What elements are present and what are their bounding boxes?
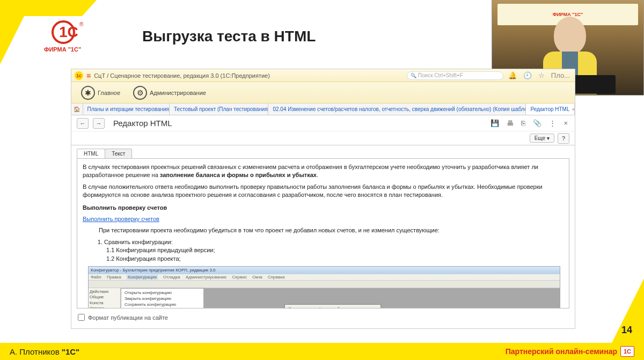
save-icon[interactable]: 💾 xyxy=(489,119,501,127)
copy-icon[interactable]: ⎘ xyxy=(519,119,527,127)
actions-row: Еще▾ ? xyxy=(71,131,575,145)
print-icon[interactable]: 🖶 xyxy=(505,119,515,127)
editor-tabs: HTML Текст xyxy=(71,145,575,158)
html-content[interactable]: В случаях тестирования проектных решений… xyxy=(77,158,569,308)
editor-tab-html[interactable]: HTML xyxy=(77,149,105,158)
bug-icon: ✱ xyxy=(81,86,95,100)
app-title: СцТ / Сценарное тестирование, редакция 3… xyxy=(94,72,270,79)
content-paragraph: В случаях тестирования проектных решений… xyxy=(83,163,564,180)
tabs-row: 🏠 Планы и итерации тестирования× Тестовы… xyxy=(71,104,575,115)
more-icon[interactable]: ⋮ xyxy=(547,119,558,127)
tab-test[interactable]: 02.04 Изменение счетов/расчетов налогов,… xyxy=(268,104,526,115)
back-button[interactable]: ← xyxy=(77,118,89,129)
menu-icon[interactable]: ≡ xyxy=(86,71,91,80)
decoration-bar-tl xyxy=(0,0,97,16)
attach-icon[interactable]: 📎 xyxy=(531,119,543,127)
slide-footer: А. Плотников "1С" Партнерский онлайн-сем… xyxy=(0,343,644,360)
content-paragraph: При тестировании проекта необходимо убед… xyxy=(99,226,564,234)
app-logo-icon: 1c xyxy=(75,71,83,80)
close-icon[interactable]: × xyxy=(572,107,575,112)
content-link[interactable]: Выполнить проверку счетов xyxy=(83,216,159,222)
history-icon[interactable]: 🕘 xyxy=(522,71,533,79)
home-tab[interactable]: 🏠 xyxy=(71,104,83,115)
app-toolbar: ✱ Главное ⚙ Администрирование xyxy=(71,82,575,104)
page-title: Редактор HTML xyxy=(113,119,172,128)
publish-format-checkbox[interactable] xyxy=(78,314,85,321)
event-label: Партнерский онлайн-семинар xyxy=(506,347,617,356)
app-window: 1c ≡ СцТ / Сценарное тестирование, редак… xyxy=(71,69,575,329)
embedded-screenshot: Конфигуратор - Бухгалтерия предприятия К… xyxy=(88,266,560,308)
user-label[interactable]: Пло... xyxy=(550,71,572,79)
page-header: ← → Редактор HTML 💾 🖶 ⎘ 📎 ⋮ × xyxy=(71,115,575,131)
content-list: Сравнить конфигурации: 1.1 Конфигурация … xyxy=(104,238,564,263)
logo-1c: 1С ® ФИРМА "1С" xyxy=(33,20,97,58)
main-section-button[interactable]: ✱ Главное xyxy=(77,84,125,102)
admin-section-button[interactable]: ⚙ Администрирование xyxy=(129,84,210,102)
slide-title: Выгрузка теста в HTML xyxy=(142,28,316,45)
tab-plans[interactable]: Планы и итерации тестирования× xyxy=(83,104,170,115)
close-panel-icon[interactable]: × xyxy=(562,119,569,127)
bell-icon[interactable]: 🔔 xyxy=(507,71,518,79)
page-number: 14 xyxy=(621,325,632,336)
publish-format-label: Формат публикации на сайте xyxy=(88,314,168,321)
content-heading: Выполнить проверку счетов xyxy=(83,204,564,212)
help-button[interactable]: ? xyxy=(558,133,569,144)
search-input[interactable]: Поиск Ctrl+Shift+F xyxy=(407,71,503,80)
more-button[interactable]: Еще▾ xyxy=(530,134,554,143)
tab-project[interactable]: Тестовый проект (План тестирования)× xyxy=(170,104,268,115)
editor-tab-text[interactable]: Текст xyxy=(105,149,132,158)
gear-icon: ⚙ xyxy=(133,86,147,100)
star-icon[interactable]: ☆ xyxy=(537,71,546,79)
app-titlebar: 1c ≡ СцТ / Сценарное тестирование, редак… xyxy=(71,69,575,82)
footer-checkbox-row: Формат публикации на сайте xyxy=(71,312,575,323)
forward-button[interactable]: → xyxy=(93,118,105,129)
author-label: А. Плотников "1С" xyxy=(10,347,79,356)
content-paragraph: В случае положительного ответа необходим… xyxy=(83,183,564,200)
footer-logo-icon: 1С xyxy=(620,346,634,357)
tab-html-editor[interactable]: Редактор HTML× xyxy=(526,104,575,115)
